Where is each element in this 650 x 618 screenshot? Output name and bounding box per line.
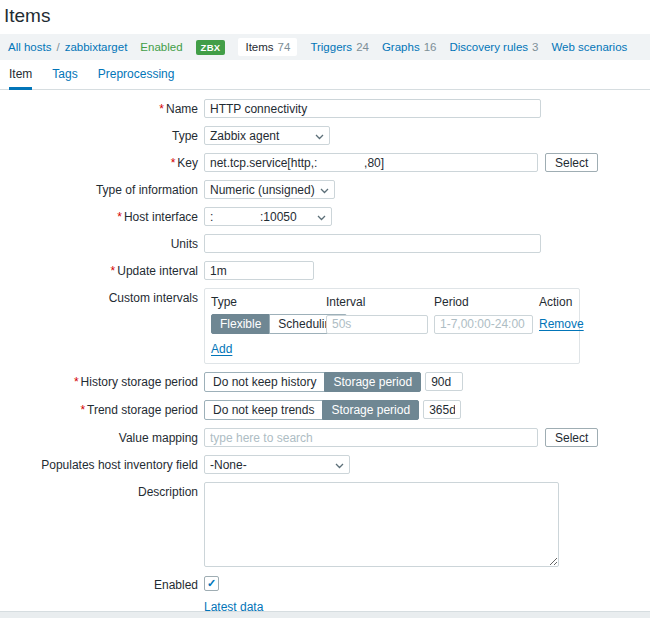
enabled-row: Enabled ✓ bbox=[0, 575, 650, 592]
key-select-button[interactable]: Select bbox=[545, 153, 598, 172]
nav-item-count: 24 bbox=[356, 41, 369, 53]
chevron-down-icon bbox=[317, 215, 326, 221]
breadcrumb-host[interactable]: zabbixtarget bbox=[65, 41, 128, 53]
history-storage-row: *History storage period Do not keep hist… bbox=[0, 372, 650, 392]
key-input[interactable] bbox=[204, 153, 538, 172]
tab-preprocessing[interactable]: Preprocessing bbox=[98, 67, 175, 89]
nav-item-count: 16 bbox=[424, 41, 437, 53]
trend-do-not-keep-button[interactable]: Do not keep trends bbox=[204, 400, 323, 420]
type-select-value: Zabbix agent bbox=[210, 129, 279, 143]
key-label: Key bbox=[177, 156, 198, 170]
check-icon: ✓ bbox=[207, 577, 216, 590]
value-mapping-label: Value mapping bbox=[0, 428, 204, 445]
type-of-information-row: Type of information Numeric (unsigned) bbox=[0, 180, 650, 199]
custom-intervals-box: Type Interval Period Action Flexible Sch… bbox=[204, 288, 580, 364]
nav-item-label: Web scenarios bbox=[551, 41, 627, 53]
item-form: *Name Type Zabbix agent *Key Select Type… bbox=[0, 90, 650, 618]
history-storage-toggle: Do not keep history Storage period bbox=[204, 372, 421, 392]
tab-bar: Item Tags Preprocessing bbox=[0, 60, 650, 90]
trend-storage-row: *Trend storage period Do not keep trends… bbox=[0, 400, 650, 420]
populates-inventory-select[interactable]: -None- bbox=[204, 455, 350, 474]
custom-intervals-label: Custom intervals bbox=[0, 288, 204, 305]
update-interval-input[interactable] bbox=[204, 261, 314, 280]
ci-add-link[interactable]: Add bbox=[211, 342, 232, 356]
nav-item-items[interactable]: Items 74 bbox=[238, 38, 297, 56]
description-row: Description bbox=[0, 482, 650, 567]
history-storage-label: History storage period bbox=[81, 375, 198, 389]
update-interval-label: Update interval bbox=[117, 264, 198, 278]
required-mark: * bbox=[74, 375, 79, 389]
ci-remove-link[interactable]: Remove bbox=[539, 317, 584, 331]
value-mapping-select-button[interactable]: Select bbox=[545, 428, 598, 447]
required-mark: * bbox=[159, 102, 164, 116]
nav-item-discovery-rules[interactable]: Discovery rules 3 bbox=[449, 41, 538, 53]
required-mark: * bbox=[117, 210, 122, 224]
ci-header-interval: Interval bbox=[326, 295, 434, 309]
tab-tags[interactable]: Tags bbox=[52, 67, 77, 89]
value-mapping-row: Value mapping Select bbox=[0, 428, 650, 447]
trend-storage-period-button[interactable]: Storage period bbox=[322, 400, 419, 420]
ci-header-type: Type bbox=[211, 295, 326, 309]
type-of-information-select[interactable]: Numeric (unsigned) bbox=[204, 180, 335, 199]
key-row: *Key Select bbox=[0, 153, 650, 172]
host-interface-select-value: : :10050 bbox=[210, 210, 297, 224]
breadcrumb-separator: / bbox=[56, 41, 59, 53]
host-interface-select[interactable]: : :10050 bbox=[204, 207, 332, 226]
breadcrumb-all-hosts[interactable]: All hosts bbox=[8, 41, 51, 53]
ci-period-input[interactable] bbox=[434, 315, 533, 334]
chevron-down-icon bbox=[320, 188, 329, 194]
ci-interval-input[interactable] bbox=[326, 315, 428, 334]
type-select[interactable]: Zabbix agent bbox=[204, 126, 330, 145]
trend-storage-input[interactable] bbox=[423, 400, 461, 419]
nav-item-triggers[interactable]: Triggers 24 bbox=[310, 41, 369, 53]
host-interface-row: *Host interface : :10050 bbox=[0, 207, 650, 226]
units-row: Units bbox=[0, 234, 650, 253]
populates-inventory-select-value: -None- bbox=[210, 458, 247, 472]
populates-inventory-row: Populates host inventory field -None- bbox=[0, 455, 650, 474]
nav-item-label: Items bbox=[245, 41, 273, 53]
trend-storage-toggle: Do not keep trends Storage period bbox=[204, 400, 419, 420]
history-storage-period-button[interactable]: Storage period bbox=[324, 372, 421, 392]
update-interval-row: *Update interval bbox=[0, 261, 650, 280]
trend-storage-label: Trend storage period bbox=[87, 403, 198, 417]
required-mark: * bbox=[80, 403, 85, 417]
page-title: Items bbox=[0, 0, 650, 34]
chevron-down-icon bbox=[315, 134, 324, 140]
type-of-information-label: Type of information bbox=[0, 180, 204, 197]
ci-header-action: Action bbox=[539, 295, 572, 309]
required-mark: * bbox=[111, 264, 116, 278]
description-textarea[interactable] bbox=[204, 482, 559, 567]
populates-inventory-label: Populates host inventory field bbox=[0, 455, 204, 472]
description-label: Description bbox=[0, 482, 204, 499]
name-row: *Name bbox=[0, 99, 650, 118]
enabled-checkbox[interactable]: ✓ bbox=[204, 576, 219, 591]
history-storage-input[interactable] bbox=[425, 372, 463, 391]
enabled-label: Enabled bbox=[0, 575, 204, 592]
zbx-agent-badge: ZBX bbox=[196, 40, 226, 55]
value-mapping-input[interactable] bbox=[204, 428, 538, 447]
name-label: Name bbox=[166, 102, 198, 116]
host-interface-label: Host interface bbox=[124, 210, 198, 224]
nav-item-web-scenarios[interactable]: Web scenarios bbox=[551, 41, 627, 53]
nav-item-label: Discovery rules bbox=[449, 41, 528, 53]
type-label: Type bbox=[0, 126, 204, 143]
name-input[interactable] bbox=[204, 99, 541, 118]
units-input[interactable] bbox=[204, 234, 541, 253]
chevron-down-icon bbox=[335, 463, 344, 469]
custom-intervals-row: Custom intervals Type Interval Period Ac… bbox=[0, 288, 650, 364]
nav-item-count: 3 bbox=[532, 41, 538, 53]
nav-item-graphs[interactable]: Graphs 16 bbox=[382, 41, 437, 53]
custom-intervals-data-row: Flexible Scheduling Remove bbox=[211, 314, 571, 334]
breadcrumb: All hosts / zabbixtarget bbox=[8, 41, 127, 53]
nav-item-count: 74 bbox=[278, 41, 291, 53]
tab-item[interactable]: Item bbox=[9, 67, 32, 90]
ci-type-flexible-button[interactable]: Flexible bbox=[211, 314, 270, 334]
type-row: Type Zabbix agent bbox=[0, 126, 650, 145]
history-do-not-keep-button[interactable]: Do not keep history bbox=[204, 372, 325, 392]
required-mark: * bbox=[171, 156, 176, 170]
nav-item-label: Triggers bbox=[310, 41, 352, 53]
type-of-information-select-value: Numeric (unsigned) bbox=[210, 183, 315, 197]
host-status: Enabled bbox=[140, 41, 182, 53]
units-label: Units bbox=[0, 234, 204, 251]
nav-item-label: Graphs bbox=[382, 41, 420, 53]
